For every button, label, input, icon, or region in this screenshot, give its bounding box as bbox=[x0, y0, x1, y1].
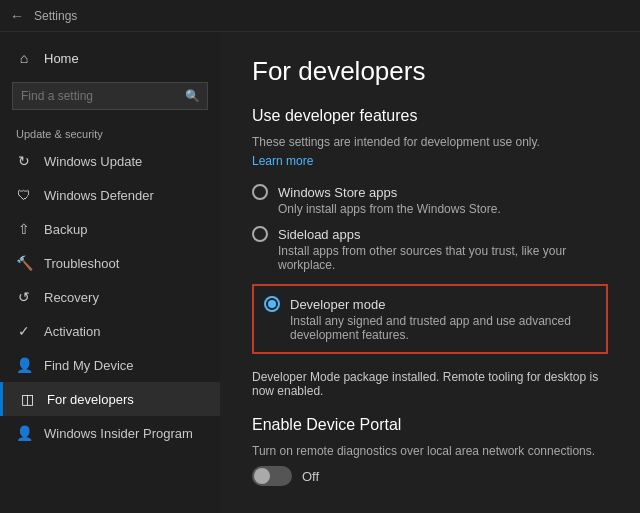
radio-label-windows-store: Windows Store apps bbox=[278, 185, 397, 200]
home-icon: ⌂ bbox=[16, 50, 32, 66]
sidebar-home-label: Home bbox=[44, 51, 79, 66]
sidebar-item-label: Backup bbox=[44, 222, 87, 237]
radio-row: Windows Store apps bbox=[252, 184, 608, 200]
find-my-device-icon: 👤 bbox=[16, 357, 32, 373]
radio-developer-mode[interactable] bbox=[264, 296, 280, 312]
radio-option-sideload: Sideload apps Install apps from other so… bbox=[252, 226, 608, 272]
radio-desc-windows-store: Only install apps from the Windows Store… bbox=[278, 202, 608, 216]
sidebar-item-windows-defender[interactable]: 🛡 Windows Defender bbox=[0, 178, 220, 212]
search-icon: 🔍 bbox=[185, 89, 200, 103]
activation-icon: ✓ bbox=[16, 323, 32, 339]
section-description: These settings are intended for developm… bbox=[252, 135, 608, 149]
update-icon: ↻ bbox=[16, 153, 32, 169]
radio-row: Developer mode bbox=[264, 296, 596, 312]
content-area: For developers Use developer features Th… bbox=[220, 32, 640, 513]
for-developers-icon: ◫ bbox=[19, 391, 35, 407]
insider-icon: 👤 bbox=[16, 425, 32, 441]
status-text: Developer Mode package installed. Remote… bbox=[252, 370, 608, 398]
sidebar-item-home[interactable]: ⌂ Home bbox=[0, 40, 220, 76]
radio-desc-sideload: Install apps from other sources that you… bbox=[278, 244, 608, 272]
titlebar-title: Settings bbox=[34, 9, 77, 23]
troubleshoot-icon: 🔨 bbox=[16, 255, 32, 271]
sidebar-item-label: Windows Defender bbox=[44, 188, 154, 203]
sidebar-item-backup[interactable]: ⇧ Backup bbox=[0, 212, 220, 246]
radio-group: Windows Store apps Only install apps fro… bbox=[252, 184, 608, 354]
device-portal-toggle[interactable] bbox=[252, 466, 292, 486]
sidebar-item-label: Find My Device bbox=[44, 358, 134, 373]
page-title: For developers bbox=[252, 56, 608, 87]
sidebar-item-label: Activation bbox=[44, 324, 100, 339]
developer-mode-box: Developer mode Install any signed and tr… bbox=[252, 284, 608, 354]
sidebar-item-troubleshoot[interactable]: 🔨 Troubleshoot bbox=[0, 246, 220, 280]
portal-description: Turn on remote diagnostics over local ar… bbox=[252, 444, 608, 458]
toggle-label: Off bbox=[302, 469, 319, 484]
backup-icon: ⇧ bbox=[16, 221, 32, 237]
sidebar: ⌂ Home 🔍 Update & security ↻ Windows Upd… bbox=[0, 32, 220, 513]
sidebar-item-windows-insider[interactable]: 👤 Windows Insider Program bbox=[0, 416, 220, 450]
section-title: Use developer features bbox=[252, 107, 608, 125]
portal-section-title: Enable Device Portal bbox=[252, 416, 608, 434]
learn-more-link[interactable]: Learn more bbox=[252, 154, 313, 168]
sidebar-item-label: Recovery bbox=[44, 290, 99, 305]
radio-option-windows-store: Windows Store apps Only install apps fro… bbox=[252, 184, 608, 216]
back-button[interactable]: ← bbox=[10, 8, 24, 24]
search-container: 🔍 bbox=[12, 82, 208, 110]
titlebar: ← Settings bbox=[0, 0, 640, 32]
defender-icon: 🛡 bbox=[16, 187, 32, 203]
radio-row: Sideload apps bbox=[252, 226, 608, 242]
main-layout: ⌂ Home 🔍 Update & security ↻ Windows Upd… bbox=[0, 32, 640, 513]
sidebar-item-label: Troubleshoot bbox=[44, 256, 119, 271]
sidebar-item-label: Windows Insider Program bbox=[44, 426, 193, 441]
recovery-icon: ↺ bbox=[16, 289, 32, 305]
sidebar-item-find-my-device[interactable]: 👤 Find My Device bbox=[0, 348, 220, 382]
radio-option-developer-mode: Developer mode Install any signed and tr… bbox=[264, 296, 596, 342]
radio-sideload[interactable] bbox=[252, 226, 268, 242]
sidebar-item-recovery[interactable]: ↺ Recovery bbox=[0, 280, 220, 314]
sidebar-item-for-developers[interactable]: ◫ For developers bbox=[0, 382, 220, 416]
search-input[interactable] bbox=[12, 82, 208, 110]
radio-label-developer-mode: Developer mode bbox=[290, 297, 385, 312]
radio-label-sideload: Sideload apps bbox=[278, 227, 360, 242]
sidebar-item-label: For developers bbox=[47, 392, 134, 407]
radio-windows-store[interactable] bbox=[252, 184, 268, 200]
sidebar-item-label: Windows Update bbox=[44, 154, 142, 169]
sidebar-item-windows-update[interactable]: ↻ Windows Update bbox=[0, 144, 220, 178]
radio-desc-developer-mode: Install any signed and trusted app and u… bbox=[290, 314, 596, 342]
toggle-row: Off bbox=[252, 466, 608, 486]
sidebar-section-label: Update & security bbox=[0, 122, 220, 144]
sidebar-item-activation[interactable]: ✓ Activation bbox=[0, 314, 220, 348]
